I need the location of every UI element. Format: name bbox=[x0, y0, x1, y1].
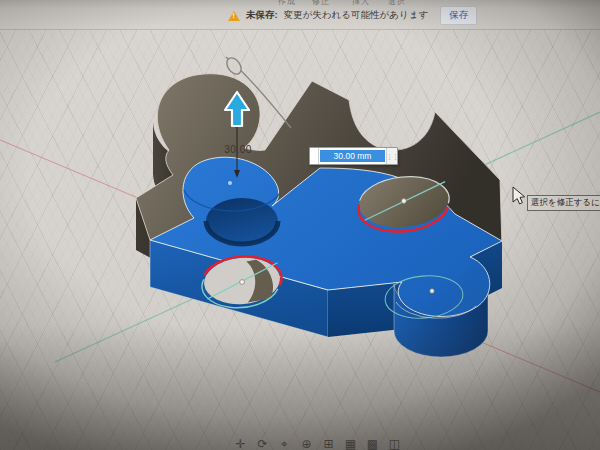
knob-center-point bbox=[228, 181, 232, 185]
input-spinner-area[interactable] bbox=[310, 148, 319, 164]
viewport-3d[interactable] bbox=[0, 0, 600, 450]
zoom-icon[interactable]: ⊕ bbox=[299, 437, 314, 450]
unsaved-title: 未保存: bbox=[246, 9, 278, 22]
save-button[interactable]: 保存 bbox=[440, 6, 477, 25]
blue-front-right-face bbox=[328, 282, 402, 337]
pan-icon[interactable]: ✛ bbox=[233, 437, 248, 450]
warning-triangle-icon bbox=[228, 11, 240, 21]
look-at-icon[interactable]: ⌖ bbox=[277, 437, 292, 450]
orbit-icon[interactable]: ⟳ bbox=[255, 437, 270, 450]
unsaved-message: 変更が失われる可能性があります bbox=[284, 9, 429, 22]
hint-tooltip-text: 選択を修正するには bbox=[531, 197, 600, 209]
extrude-dimension-label: 30.00 bbox=[218, 144, 258, 155]
fit-icon[interactable]: ⊞ bbox=[321, 437, 336, 450]
view-navigation-bar: ✛ ⟳ ⌖ ⊕ ⊞ ▦ ▩ ◫ bbox=[233, 437, 402, 450]
hint-tooltip: 選択を修正するには bbox=[527, 195, 600, 211]
viewports-icon[interactable]: ◫ bbox=[387, 437, 402, 450]
circle-center-point bbox=[430, 289, 434, 293]
dimension-value-field[interactable]: 30.00 mm bbox=[320, 150, 385, 162]
circle-center-point[interactable] bbox=[239, 279, 244, 284]
drag-handle-icon[interactable]: ⋮⋮ bbox=[386, 148, 397, 164]
display-settings-icon[interactable]: ▦ bbox=[343, 437, 358, 450]
application-window: 作成 修正 挿入 選択 未保存: 変更が失われる可能性があります 保存 30.0… bbox=[0, 0, 600, 450]
grid-settings-icon[interactable]: ▩ bbox=[365, 437, 380, 450]
dimension-input[interactable]: 30.00 mm ⋮⋮ bbox=[309, 147, 398, 165]
mouse-cursor-icon bbox=[512, 186, 528, 206]
alert-bar: 作成 修正 挿入 選択 未保存: 変更が失われる可能性があります 保存 bbox=[0, 0, 600, 30]
circle-center-point[interactable] bbox=[401, 198, 406, 203]
model-scene bbox=[0, 0, 600, 450]
